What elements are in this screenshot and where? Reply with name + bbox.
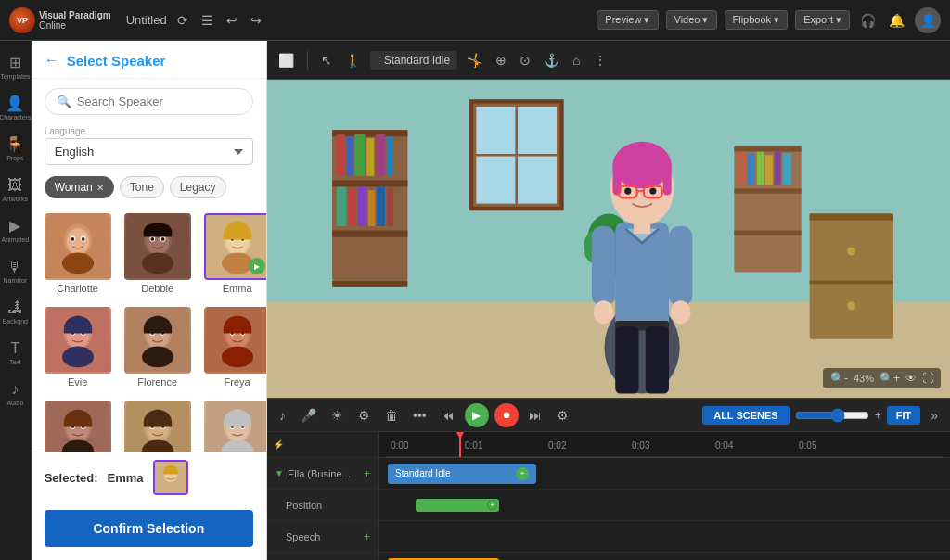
zoom-out-icon[interactable]: 🔍- xyxy=(830,372,848,385)
sidebar-item-characters[interactable]: 👤 Characters xyxy=(1,89,29,126)
speaker-louisa-avatar xyxy=(204,401,266,452)
back-button[interactable]: ← xyxy=(45,52,59,69)
svg-rect-144 xyxy=(669,226,692,306)
standard-idle-clip[interactable]: Standard Idle + xyxy=(388,464,536,484)
document-title: Untitled xyxy=(126,13,167,27)
zoom-fullscreen-icon[interactable]: ⛶ xyxy=(922,372,933,385)
speaker-emma[interactable]: ▶ Emma xyxy=(200,210,266,298)
play-button[interactable]: ▶ xyxy=(465,403,489,427)
anchor-icon[interactable]: ⚓ xyxy=(540,49,563,71)
timeline-settings-icon[interactable]: ⚙ xyxy=(552,406,573,425)
skip-forward-icon[interactable]: ⏭ xyxy=(524,406,546,425)
speaker-debbie[interactable]: Debbie xyxy=(121,210,195,298)
sidebar-item-narrator[interactable]: 🎙 Narrator xyxy=(1,252,29,289)
all-scenes-button[interactable]: ALL SCENES xyxy=(702,406,789,425)
position-clip[interactable]: + xyxy=(416,499,499,512)
undo-icon[interactable]: ↩ xyxy=(226,13,238,28)
path-icon[interactable]: ⌂ xyxy=(569,49,584,71)
sidebar-item-props[interactable]: 🪑 Props xyxy=(1,130,29,167)
play-overlay[interactable]: ▶ xyxy=(249,258,265,274)
sidebar-item-background[interactable]: 🏞 Backgnd xyxy=(1,293,29,330)
target-icon[interactable]: ⊕ xyxy=(492,49,510,71)
pose-icon[interactable]: 🤸 xyxy=(463,49,486,71)
search-input[interactable] xyxy=(77,95,241,108)
more-icon[interactable]: ⋮ xyxy=(590,49,610,71)
main-area: ⬜ ↖ 🚶 : Standard Idle 🤸 ⊕ ⊙ ⚓ ⌂ ⋮ xyxy=(267,41,950,560)
music-icon[interactable]: ♪ xyxy=(275,406,290,425)
position-track-row: + xyxy=(379,490,950,521)
speaker-evie[interactable]: Evie xyxy=(41,303,115,391)
sync-icon[interactable]: ⟳ xyxy=(177,13,188,28)
speaker-panel: ← Select Speaker 🔍 Language English Woma… xyxy=(32,41,267,560)
speaker-isabella[interactable]: Isabella xyxy=(41,397,115,452)
filter-legacy[interactable]: Legacy xyxy=(170,176,226,198)
speaker-florence[interactable]: Florence xyxy=(121,303,195,391)
skip-back-icon[interactable]: ⏮ xyxy=(437,406,459,425)
sidebar-item-animated[interactable]: ▶ Animated xyxy=(1,211,29,248)
timeline-zoom-slider[interactable] xyxy=(795,408,869,423)
fit-button[interactable]: FIT xyxy=(887,406,921,425)
settings-small-icon[interactable]: ⚙ xyxy=(353,406,375,425)
zoom-level: 43% xyxy=(854,373,874,384)
flipbook-menu[interactable]: Flipbook ▾ xyxy=(725,10,789,30)
sidebar-item-templates[interactable]: ⊞ Templates xyxy=(1,48,29,85)
notification-icon[interactable]: 🔔 xyxy=(889,13,905,28)
speech-track-row xyxy=(379,521,950,553)
filter-tone[interactable]: Tone xyxy=(120,176,164,198)
svg-rect-121 xyxy=(747,153,755,185)
add-track-icon[interactable]: + xyxy=(364,467,370,480)
speaker-freya[interactable]: Freya xyxy=(200,303,266,391)
topbar: VP Visual ParadigmOnline Untitled ⟳ ☰ ↩ … xyxy=(0,0,950,41)
sidebar-item-text[interactable]: T Text xyxy=(1,334,29,371)
svg-point-145 xyxy=(594,300,614,324)
walk-icon[interactable]: 🚶 xyxy=(341,49,365,71)
sidebar-icons: ⊞ Templates 👤 Characters 🪑 Props 🖼 Artwo… xyxy=(0,41,32,560)
zoom-in-icon[interactable]: 🔍+ xyxy=(879,372,900,385)
user-avatar[interactable]: 👤 xyxy=(915,7,941,33)
video-menu[interactable]: Video ▾ xyxy=(666,10,717,30)
svg-text:0:02: 0:02 xyxy=(548,440,567,451)
headphones-icon[interactable]: 🎧 xyxy=(860,13,876,28)
preview-menu[interactable]: Preview ▾ xyxy=(597,10,658,30)
remove-woman-filter[interactable]: ✕ xyxy=(96,183,104,193)
add-speech-icon[interactable]: + xyxy=(364,530,370,543)
crop-icon[interactable]: ⬜ xyxy=(275,49,298,71)
track-label-ella: ▼ Ella (Busine... + xyxy=(267,458,378,490)
filter-woman[interactable]: Woman ✕ xyxy=(45,176,114,198)
track-label-position: Position xyxy=(267,490,378,521)
sidebar-item-artworks[interactable]: 🖼 Artworks xyxy=(1,171,29,208)
speaker-freya-avatar xyxy=(204,307,266,374)
expand-icon[interactable]: » xyxy=(926,406,943,425)
zoom-eye-icon[interactable]: 👁 xyxy=(905,372,917,385)
export-menu[interactable]: Export ▾ xyxy=(795,10,850,30)
speaker-louisa[interactable]: Louisa xyxy=(200,397,266,452)
menu-icon[interactable]: ☰ xyxy=(201,13,213,28)
selected-thumbnail xyxy=(153,460,188,495)
svg-point-2 xyxy=(66,228,89,254)
more-timeline-icon[interactable]: ••• xyxy=(408,406,431,425)
sun-icon[interactable]: ☀ xyxy=(327,406,348,425)
speaker-charlotte[interactable]: Charlotte xyxy=(41,210,115,298)
secondary-toolbar: ⬜ ↖ 🚶 : Standard Idle 🤸 ⊕ ⊙ ⚓ ⌂ ⋮ xyxy=(267,41,950,80)
speaker-evie-avatar xyxy=(45,307,111,374)
mic-icon[interactable]: 🎤 xyxy=(296,406,321,425)
speaker-header: ← Select Speaker xyxy=(32,41,266,79)
svg-point-6 xyxy=(81,237,84,241)
confirm-selection-button[interactable]: Confirm Selection xyxy=(45,510,253,547)
language-select[interactable]: English xyxy=(45,138,253,165)
sidebar-item-audio[interactable]: ♪ Audio xyxy=(1,375,29,412)
svg-rect-143 xyxy=(592,226,615,306)
cursor-icon[interactable]: ↖ xyxy=(317,49,336,71)
speaker-search-box: 🔍 xyxy=(45,88,253,115)
artworks-icon: 🖼 xyxy=(7,177,22,194)
speaker-evie-label: Evie xyxy=(68,376,87,388)
svg-text:0:03: 0:03 xyxy=(632,440,650,451)
vr-icon[interactable]: ⊙ xyxy=(516,49,534,71)
speaker-joanna[interactable]: Joanna xyxy=(121,397,195,452)
room-scene: 🔍- 43% 🔍+ 👁 ⛶ xyxy=(267,80,950,398)
redo-icon[interactable]: ↪ xyxy=(250,13,262,28)
record-button[interactable]: ⏺ xyxy=(494,403,519,427)
delete-icon[interactable]: 🗑 xyxy=(380,406,403,425)
track-label-speech: Speech + xyxy=(267,521,378,553)
svg-rect-119 xyxy=(734,230,801,235)
